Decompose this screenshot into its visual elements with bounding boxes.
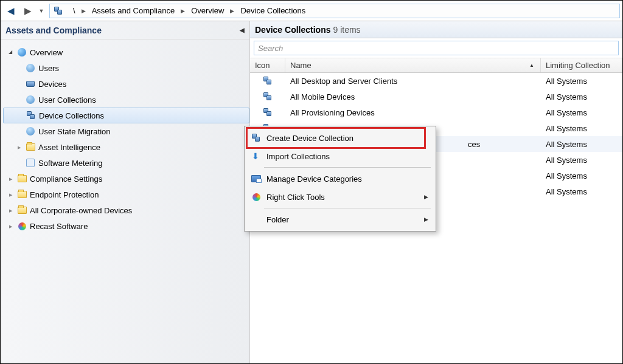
sidebar: Assets and Compliance ◀ OverviewUsersDev… [1, 21, 250, 363]
folder-icon [26, 143, 35, 151]
menu-item-icon [249, 175, 263, 182]
folder-icon [18, 191, 27, 198]
expander-icon[interactable] [15, 144, 23, 150]
node-label: Users [38, 64, 59, 73]
context-menu[interactable]: Create Device Collection⬇Import Collecti… [244, 126, 436, 232]
forward-button[interactable]: ▶ [20, 4, 36, 18]
breadcrumb[interactable]: \ ▶ Assets and Compliance ▶ Overview ▶ D… [49, 4, 620, 18]
ctx-manage-device-categories[interactable]: Manage Device Categories [246, 170, 434, 188]
meter-icon [26, 159, 35, 167]
submenu-arrow-icon: ▶ [424, 194, 428, 200]
node-label: Recast Software [30, 222, 88, 231]
node-label: Overview [30, 48, 63, 57]
row-limiting: All Systems [541, 124, 622, 133]
menu-item-label: Import Collections [263, 152, 428, 161]
node-label: User Collections [38, 95, 96, 105]
back-button[interactable]: ◀ [3, 4, 19, 18]
row-limiting: All Systems [541, 156, 622, 165]
collection-icon [263, 108, 272, 117]
ctx-folder[interactable]: Folder▶ [246, 210, 434, 228]
tree-node-device-collections[interactable]: Device Collections [3, 108, 249, 123]
breadcrumb-seg-3[interactable]: Device Collections [237, 4, 309, 18]
folder-icon [18, 175, 27, 182]
tree-node-all-corporate-owned-devices[interactable]: All Corporate-owned Devices [3, 202, 249, 218]
categories-icon [251, 175, 261, 182]
tree-node-user-collections[interactable]: User Collections [3, 92, 249, 108]
menu-item-icon: ⬇ [249, 152, 263, 160]
node-icon [16, 47, 27, 58]
expander-icon[interactable] [7, 207, 14, 213]
menu-item-label: Folder [263, 215, 424, 224]
history-dropdown[interactable]: ▼ [37, 8, 46, 14]
menu-item-label: Right Click Tools [263, 193, 424, 202]
device-icon [26, 81, 35, 87]
row-icon [250, 108, 285, 117]
sidebar-title-label: Assets and Compliance [5, 26, 102, 35]
node-icon [16, 189, 27, 200]
node-icon [16, 205, 27, 216]
collection-icon [263, 92, 272, 101]
table-row[interactable]: All Mobile DevicesAll Systems [250, 89, 622, 105]
row-limiting: All Systems [541, 171, 622, 180]
node-icon [16, 221, 27, 232]
menu-item-label: Create Device Collection [263, 134, 428, 143]
menu-item-icon [249, 134, 263, 142]
content-count: 9 items [333, 25, 361, 35]
row-icon [250, 92, 285, 101]
tree-node-overview[interactable]: Overview [3, 44, 249, 60]
breadcrumb-seg-0[interactable]: \ [69, 4, 79, 18]
menu-item-icon [249, 193, 263, 201]
expander-icon[interactable] [7, 49, 14, 55]
node-icon [25, 126, 36, 137]
breadcrumb-seg-1[interactable]: Assets and Compliance [88, 4, 179, 18]
node-icon [25, 94, 36, 105]
node-label: Endpoint Protection [30, 190, 99, 199]
expander-icon[interactable] [7, 191, 14, 197]
search-row: Search [250, 38, 622, 58]
chevron-right-icon: ▶ [228, 8, 237, 14]
tree-node-asset-intelligence[interactable]: Asset Intelligence [3, 139, 249, 155]
breadcrumb-seg-2[interactable]: Overview [187, 4, 228, 18]
node-icon [25, 63, 36, 74]
menu-item-label: Manage Device Categories [263, 174, 428, 184]
collection-icon [27, 111, 35, 120]
collapse-icon[interactable]: ◀ [240, 27, 245, 33]
user-icon [26, 127, 35, 136]
search-input[interactable]: Search [254, 41, 619, 55]
expander-icon[interactable] [7, 223, 14, 229]
sidebar-title: Assets and Compliance ◀ [1, 21, 249, 39]
table-row[interactable]: All Desktop and Server ClientsAll System… [250, 73, 622, 89]
root-icon [54, 6, 63, 16]
col-icon[interactable]: Icon [250, 58, 285, 72]
tree-node-devices[interactable]: Devices [3, 76, 249, 92]
arrow-right-icon: ▶ [24, 5, 32, 16]
col-name-label: Name [290, 61, 312, 70]
chevron-right-icon: ▶ [178, 8, 187, 14]
col-name[interactable]: Name ▲ [285, 58, 541, 72]
folder-icon [18, 207, 27, 214]
node-label: Compliance Settings [30, 174, 102, 184]
ctx-right-click-tools[interactable]: Right Click Tools▶ [246, 188, 434, 206]
tree-node-software-metering[interactable]: Software Metering [3, 155, 249, 171]
table-header: Icon Name ▲ Limiting Collection [250, 58, 622, 73]
row-limiting: All Systems [541, 108, 622, 117]
collection-icon [263, 77, 272, 85]
import-icon: ⬇ [252, 152, 260, 160]
ctx-create-device-collection[interactable]: Create Device Collection [246, 129, 434, 147]
row-limiting: All Systems [541, 77, 622, 86]
table-row[interactable]: All Provisioning DevicesAll Systems [250, 105, 622, 120]
node-label: All Corporate-owned Devices [30, 206, 132, 215]
node-icon [16, 173, 27, 184]
tree-node-recast-software[interactable]: Recast Software [3, 218, 249, 234]
expander-icon[interactable] [7, 176, 14, 182]
sort-asc-icon: ▲ [529, 63, 534, 68]
menu-separator [264, 208, 431, 208]
tree-node-user-state-migration[interactable]: User State Migration [3, 123, 249, 139]
node-icon [26, 110, 37, 121]
tree-node-endpoint-protection[interactable]: Endpoint Protection [3, 187, 249, 202]
col-limiting[interactable]: Limiting Collection [541, 58, 622, 72]
ctx-import-collections[interactable]: ⬇Import Collections [246, 147, 434, 165]
globe-icon [18, 48, 26, 57]
tree-node-users[interactable]: Users [3, 60, 249, 76]
tree-node-compliance-settings[interactable]: Compliance Settings [3, 171, 249, 187]
